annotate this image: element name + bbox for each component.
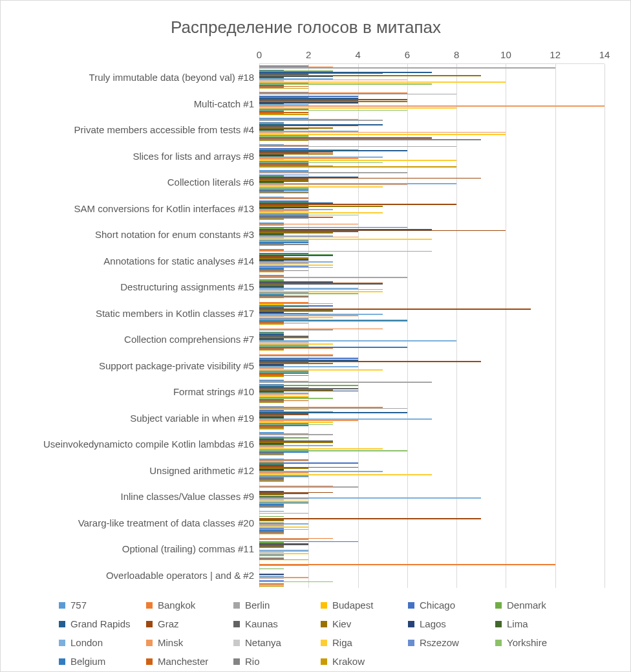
bar <box>259 114 308 115</box>
category-label: Annotations for static analyses #14 <box>8 255 259 266</box>
category-group: Inline classes/Value classes #9 <box>259 483 604 510</box>
legend-item: Denmark <box>495 600 583 611</box>
category-label: Format strings #10 <box>8 386 259 397</box>
legend-label: Riga <box>332 637 352 648</box>
legend-swatch <box>495 640 502 646</box>
legend-label: Manchester <box>158 656 208 667</box>
x-tick-label: 6 <box>405 49 410 60</box>
bar <box>259 166 456 168</box>
category-group: Useinvokedynamicto compile Kotlin lambda… <box>259 431 604 457</box>
bar <box>259 455 284 456</box>
bar <box>259 555 284 556</box>
category-label: Inline classes/Value classes #9 <box>8 491 259 502</box>
category-group: Collection comprehensions #7 <box>259 326 604 352</box>
legend-label: Berlin <box>245 600 270 611</box>
category-group: Collection literals #6 <box>259 169 604 195</box>
bar <box>259 105 604 107</box>
bar <box>259 350 284 351</box>
category-label: Subject variable in when #19 <box>8 412 259 423</box>
bar <box>259 481 284 482</box>
plot-area: Truly immutable data (beyond val) #18Mul… <box>259 63 604 588</box>
bar <box>259 428 284 429</box>
category-label: Useinvokedynamicto compile Kotlin lambda… <box>8 439 259 450</box>
bar <box>259 245 284 246</box>
legend-swatch <box>495 602 502 609</box>
legend-label: Graz <box>158 618 179 629</box>
bar <box>259 83 432 85</box>
bar <box>259 516 284 517</box>
chart-frame: Распределение голосов в митапах 02468101… <box>0 0 631 672</box>
category-label: Collection comprehensions #7 <box>8 334 259 345</box>
bar <box>259 569 284 570</box>
bar <box>259 533 284 534</box>
bar <box>259 329 333 331</box>
legend-swatch <box>495 621 502 627</box>
category-label: SAM conversions for Kotlin interfaces #1… <box>8 202 259 213</box>
axis-area: 02468101214 Truly immutable data (beyond… <box>7 49 604 588</box>
legend-item: Bangkok <box>146 600 233 611</box>
legend-item: Kiev <box>321 618 408 629</box>
bar <box>259 518 481 519</box>
category-label: Short notation for enum constants #3 <box>8 229 259 240</box>
legend-item: Berlin <box>233 600 321 611</box>
legend-label: Denmark <box>507 600 546 611</box>
legend-swatch <box>408 640 414 646</box>
legend-swatch <box>233 602 240 609</box>
legend-label: London <box>70 637 103 648</box>
bar <box>259 520 284 521</box>
bar <box>259 402 284 404</box>
category-label: Collection literals #6 <box>8 177 259 188</box>
legend: 757BangkokBerlinBudapestChicagoDenmarkGr… <box>59 596 585 671</box>
legend-swatch <box>408 621 414 627</box>
legend-label: Belgium <box>70 656 105 667</box>
legend-swatch <box>321 602 327 609</box>
legend-swatch <box>59 640 65 646</box>
legend-swatch <box>321 640 327 646</box>
legend-item: Krakow <box>321 656 408 667</box>
legend-label: Yorkshire <box>507 637 547 648</box>
bar <box>259 120 383 121</box>
legend-swatch <box>233 621 240 627</box>
category-group: Static members in Kotlin classes #17 <box>259 300 604 327</box>
category-group: Optional (trailing) commas #11 <box>259 536 604 562</box>
legend-swatch <box>146 602 153 609</box>
legend-item: Graz <box>146 618 233 629</box>
category-group: Truly immutable data (beyond val) #18 <box>259 64 604 91</box>
legend-label: Budapest <box>332 600 373 611</box>
bar <box>259 578 284 580</box>
bar <box>259 507 284 508</box>
legend-label: Kiev <box>332 618 351 629</box>
bar <box>259 539 308 540</box>
bar <box>259 574 284 575</box>
bar <box>259 193 308 194</box>
legend-swatch <box>146 621 153 627</box>
legend-swatch <box>408 602 414 609</box>
bar <box>259 67 555 69</box>
bar <box>259 486 358 488</box>
x-tick-label: 8 <box>454 49 459 60</box>
chart-title: Распределение голосов в митапах <box>7 17 604 38</box>
bar <box>259 224 284 226</box>
category-label: Optional (trailing) commas #11 <box>8 543 259 554</box>
category-group: SAM conversions for Kotlin interfaces #1… <box>259 195 604 222</box>
category-group: Annotations for static analyses #14 <box>259 248 604 274</box>
category-group: Overloadable operators | and & #2 <box>259 562 604 589</box>
bar <box>259 382 432 383</box>
legend-label: Grand Rapids <box>70 618 131 629</box>
legend-item: Manchester <box>146 656 233 667</box>
category-label: Support package-private visibility #5 <box>8 360 259 371</box>
bar <box>259 581 333 583</box>
category-group: Private members accessible from tests #4 <box>259 116 604 143</box>
category-group: Destructuring assignments #15 <box>259 274 604 300</box>
bar <box>259 199 308 200</box>
bar <box>259 376 284 377</box>
bar <box>259 146 456 147</box>
legend-swatch <box>321 621 327 627</box>
category-group: Multi-catch #1 <box>259 91 604 117</box>
legend-item: Budapest <box>321 600 408 611</box>
category-group: Slices for lists and arrays #8 <box>259 143 604 169</box>
bar <box>259 172 407 173</box>
plot-column: 02468101214 Truly immutable data (beyond… <box>259 49 604 588</box>
legend-swatch <box>59 658 65 665</box>
legend-swatch <box>146 640 153 646</box>
